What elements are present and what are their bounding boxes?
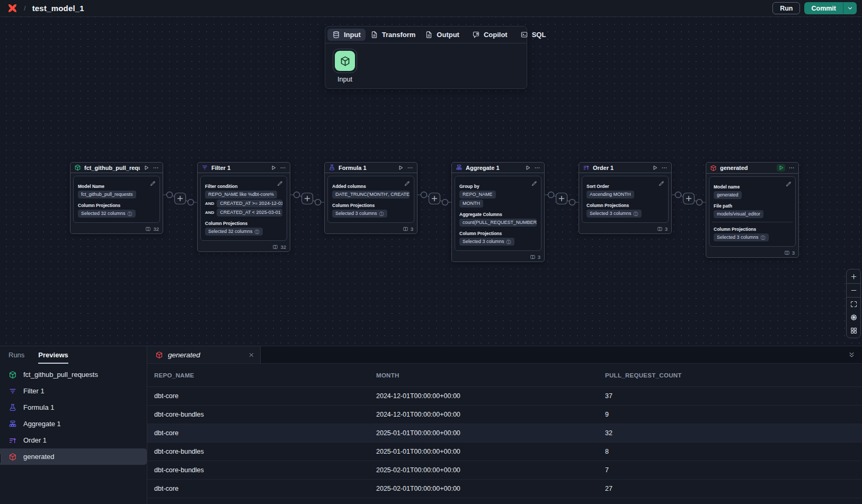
palette-tab-transform[interactable]: Transform — [366, 29, 421, 41]
node-aggregate-1[interactable]: Aggregate 1 Group byREPO_NAMEMONTHAggreg… — [451, 162, 545, 262]
table-row: dbt-core-bundles 2024-12-01T00:00:00+00:… — [147, 406, 862, 424]
add-node-button[interactable] — [175, 193, 186, 204]
connection-handle[interactable] — [676, 192, 681, 198]
preview-node-button[interactable] — [777, 164, 785, 172]
connection-handle[interactable] — [570, 200, 575, 205]
edit-icon[interactable] — [277, 179, 283, 188]
edit-icon[interactable] — [531, 179, 537, 188]
minimap-button[interactable] — [847, 324, 860, 337]
sidebar-item-formula-1[interactable]: Formula 1 — [0, 399, 147, 416]
panel-resize-handle[interactable] — [0, 453, 2, 464]
commit-button-group: Commit — [804, 2, 857, 14]
edit-icon[interactable] — [659, 179, 664, 188]
sidebar-item-aggregate-1[interactable]: Aggregate 1 — [0, 416, 147, 432]
palette-tabs: InputTransformOutputCopilotSQL — [325, 26, 527, 43]
commit-button[interactable]: Commit — [804, 2, 843, 14]
connection-handle[interactable] — [442, 200, 448, 205]
node-menu-button[interactable] — [153, 165, 159, 171]
sidebar-item-label: Order 1 — [23, 436, 47, 444]
palette-tab-input[interactable]: Input — [327, 29, 366, 41]
palette-tab-copilot[interactable]: Copilot — [467, 29, 512, 41]
value-pill: REPO_NAME — [459, 191, 496, 199]
node-generated[interactable]: generated Model namegeneratedFile pathmo… — [706, 162, 799, 258]
connection-handle[interactable] — [188, 200, 194, 205]
preview-tab-generated[interactable]: generated — [147, 346, 261, 363]
node-title: Filter 1 — [211, 165, 267, 171]
preview-tabbar: generated — [147, 346, 862, 364]
zoom-in-button[interactable] — [847, 270, 860, 283]
column-header-pull-request-count[interactable]: PULL_REQUEST_COUNT — [605, 372, 862, 379]
node-menu-button[interactable] — [407, 165, 413, 171]
palette-item-input[interactable]: Input — [333, 49, 357, 83]
page-title: test_model_1 — [32, 4, 84, 13]
palette-tab-sql[interactable]: SQL — [516, 29, 551, 41]
node-fct-github-pull-requests[interactable]: fct_github_pull_requests Model Namefct_g… — [70, 162, 163, 234]
section-label: Added columns — [332, 184, 410, 189]
value-row: ANDCREATED_AT < 2025-03-01 — [205, 209, 282, 217]
connection-handle[interactable] — [167, 192, 173, 198]
add-node-button[interactable] — [302, 193, 313, 204]
cell-repo-name: dbt-core — [147, 429, 376, 437]
connection-handle[interactable] — [421, 192, 427, 198]
column-header-repo-name[interactable]: REPO_NAME — [147, 372, 376, 379]
preview-node-button[interactable] — [397, 165, 404, 171]
add-node-button[interactable] — [556, 193, 567, 204]
commit-dropdown-button[interactable] — [843, 2, 857, 14]
cell-repo-name: dbt-core-bundles — [147, 448, 376, 455]
columns-icon — [272, 244, 278, 250]
table-header-row: REPO_NAMEMONTHPULL_REQUEST_COUNT — [147, 364, 862, 387]
edit-icon[interactable] — [150, 179, 156, 188]
sql-icon — [520, 31, 528, 39]
info-icon: ⓘ — [255, 229, 260, 235]
info-icon: ⓘ — [506, 239, 511, 245]
node-palette: InputTransformOutputCopilotSQL Input — [325, 26, 527, 89]
connection-handle[interactable] — [548, 192, 554, 198]
close-icon[interactable] — [248, 352, 255, 358]
node-menu-button[interactable] — [280, 165, 286, 171]
value-pill: Selected 32 columnsⓘ — [205, 228, 263, 236]
node-formula-1[interactable]: Formula 1 Added columnsDATE_TRUNC('MONTH… — [324, 162, 417, 234]
preview-node-button[interactable] — [652, 165, 658, 171]
sidebar-item-generated[interactable]: generated — [0, 448, 147, 465]
node-order-1[interactable]: Order 1 Sort OrderAscending MONTHColumn … — [579, 162, 672, 234]
collapse-panel-icon[interactable] — [841, 346, 862, 363]
node-menu-button[interactable] — [661, 165, 668, 171]
columns-icon — [784, 250, 790, 256]
tab-previews[interactable]: Previews — [38, 346, 68, 364]
sidebar-tabs: RunsPreviews — [0, 346, 147, 364]
node-menu-button[interactable] — [788, 165, 795, 171]
connection-handle[interactable] — [697, 200, 703, 205]
node-menu-button[interactable] — [534, 165, 540, 171]
node-filter-1[interactable]: Filter 1 Filter conditionREPO_NAME like … — [197, 162, 290, 252]
value-row: Selected 3 columnsⓘ — [586, 210, 664, 218]
edit-icon[interactable] — [786, 179, 792, 189]
palette-tab-label: SQL — [532, 31, 546, 39]
info-icon: ⓘ — [634, 211, 638, 217]
column-header-month[interactable]: MONTH — [376, 372, 605, 379]
run-button[interactable]: Run — [772, 2, 800, 14]
toggle-interactivity-button[interactable] — [847, 311, 860, 324]
sidebar-item-label: Formula 1 — [23, 403, 55, 411]
palette-tab-output[interactable]: Output — [420, 29, 464, 41]
sidebar-item-order-1[interactable]: Order 1 — [0, 432, 147, 448]
palette-item-ring — [333, 49, 357, 73]
tab-runs[interactable]: Runs — [8, 346, 24, 364]
dbt-logo-icon[interactable] — [7, 3, 17, 13]
connection-handle[interactable] — [294, 192, 300, 198]
connection-handle[interactable] — [315, 200, 321, 205]
cell-pull-request-count: 9 — [605, 411, 862, 418]
sidebar-item-filter-1[interactable]: Filter 1 — [0, 383, 147, 399]
zoom-out-button[interactable] — [847, 284, 860, 297]
preview-node-button[interactable] — [525, 165, 531, 171]
add-node-button[interactable] — [683, 193, 695, 204]
edit-icon[interactable] — [404, 179, 410, 188]
value-pill: count(PULL_REQUEST_NUMBER) as … — [459, 219, 537, 227]
canvas[interactable]: fct_github_pull_requests Model Namefct_g… — [0, 17, 862, 346]
column-count: 3 — [665, 226, 668, 232]
fit-view-button[interactable] — [847, 298, 860, 311]
sidebar-item-fct-github-pull-requests[interactable]: fct_github_pull_requests — [0, 366, 147, 383]
preview-node-button[interactable] — [143, 165, 149, 171]
info-icon: ⓘ — [379, 211, 384, 217]
add-node-button[interactable] — [429, 193, 440, 204]
preview-node-button[interactable] — [270, 165, 277, 171]
